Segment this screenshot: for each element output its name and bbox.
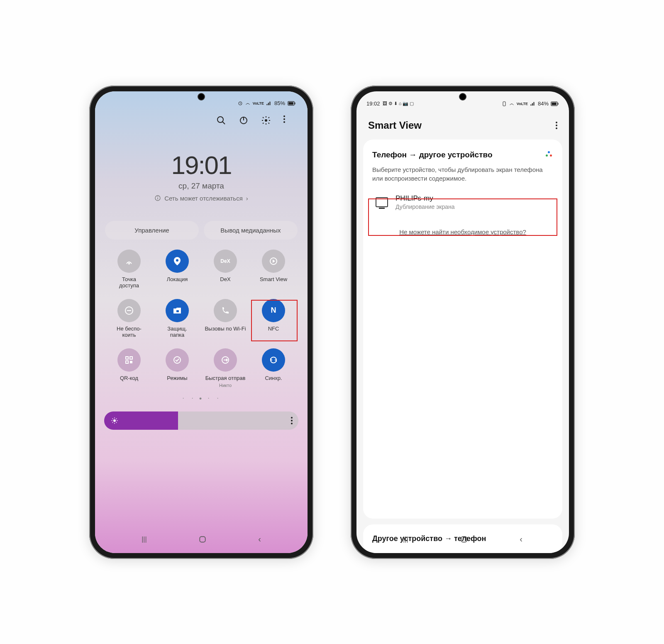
tile-qr[interactable]: QR-код (105, 348, 153, 388)
svg-rect-18 (176, 310, 179, 312)
tab-management[interactable]: Управление (105, 221, 199, 240)
svg-rect-3 (295, 102, 295, 104)
svg-rect-20 (130, 357, 132, 359)
search-icon[interactable] (216, 115, 226, 125)
nav-home[interactable] (460, 535, 468, 544)
phone-frame-left: VoLTE 85% 19:01 ср, 27 марта Сеть может … (89, 86, 313, 559)
svg-rect-38 (558, 103, 559, 105)
dex-icon: DeX (214, 250, 237, 273)
status-indicators: VoLTE (238, 101, 272, 106)
tile-modes[interactable]: Режимы (153, 348, 201, 388)
nav-recents[interactable]: ||| (403, 536, 408, 543)
tile-hotspot[interactable]: Точка доступа (105, 250, 153, 289)
svg-point-23 (174, 357, 181, 363)
svg-marker-15 (273, 260, 275, 263)
svg-point-25 (113, 419, 116, 422)
svg-line-33 (116, 419, 117, 419)
svg-point-8 (265, 119, 267, 122)
status-time: 19:02 (366, 100, 380, 107)
nav-back[interactable]: ‹ (258, 534, 261, 544)
quick-tiles-grid: Точка доступа Локация DeX DeX Smart View… (95, 240, 308, 388)
tile-nfc[interactable]: N NFC (249, 299, 298, 338)
nav-home[interactable] (198, 535, 207, 544)
svg-rect-35 (503, 102, 505, 106)
tile-smartview[interactable]: Smart View (249, 250, 298, 289)
svg-line-5 (222, 122, 225, 124)
tile-quickshare[interactable]: Быстрая отправ Никто (201, 348, 249, 388)
brightness-icon (111, 417, 118, 424)
secure-folder-icon (166, 299, 189, 322)
gear-icon[interactable] (261, 115, 271, 125)
svg-rect-22 (130, 361, 132, 363)
device-name: PHILIPs-my (395, 194, 455, 203)
camera-hole (198, 93, 205, 100)
hotspot-icon (117, 250, 141, 273)
device-row[interactable]: PHILIPs-my Дублирование экрана (372, 187, 553, 218)
svg-point-11 (157, 196, 158, 197)
svg-rect-39 (461, 536, 466, 542)
section-description: Выберите устройство, чтобы дублировать э… (372, 165, 553, 183)
svg-rect-19 (126, 357, 128, 359)
more-icon[interactable] (283, 115, 293, 125)
battery-icon (288, 101, 296, 106)
info-icon (154, 195, 161, 201)
svg-point-4 (217, 117, 223, 122)
svg-line-30 (112, 419, 113, 419)
tile-secure-folder[interactable]: Защищ. папка (153, 299, 201, 338)
battery-percent: 85% (274, 100, 285, 106)
location-icon (166, 250, 189, 273)
page-title: Smart View (368, 120, 422, 131)
svg-rect-37 (552, 102, 557, 105)
clock-time: 19:01 (95, 150, 308, 180)
brightness-more-icon[interactable] (291, 417, 293, 424)
quickshare-icon (214, 348, 237, 372)
tile-dnd[interactable]: Не беспо- коить (105, 299, 153, 338)
cast-icon[interactable] (546, 151, 553, 159)
smartview-icon (262, 250, 285, 273)
camera-hole (459, 93, 466, 100)
modes-icon (166, 348, 189, 372)
tile-wifi-calling[interactable]: Вызовы по Wi-Fi (201, 299, 249, 338)
chevron-right-icon: › (246, 195, 248, 202)
tile-sync[interactable]: Синхр. (249, 348, 298, 388)
svg-rect-34 (200, 536, 205, 542)
section-phone-to-device: Телефон → другое устройство (372, 150, 493, 159)
tab-media-output[interactable]: Вывод медиаданных (204, 221, 298, 240)
device-subtitle: Дублирование экрана (395, 203, 455, 210)
tv-icon (376, 197, 388, 207)
nfc-icon: N (262, 299, 285, 322)
svg-point-13 (176, 259, 178, 262)
svg-point-12 (128, 263, 130, 264)
nav-recents[interactable]: ||| (142, 536, 146, 543)
svg-line-31 (116, 422, 117, 423)
wifi-calling-icon (214, 299, 237, 322)
clock-area: 19:01 ср, 27 марта Сеть может отслеживат… (95, 150, 308, 202)
svg-rect-2 (288, 102, 293, 104)
more-icon[interactable] (556, 122, 557, 129)
tile-location[interactable]: Локация (153, 250, 201, 289)
power-icon[interactable] (239, 115, 249, 125)
clock-date: ср, 27 марта (95, 181, 308, 191)
battery-percent: 84% (538, 100, 549, 107)
sync-icon (262, 348, 285, 372)
svg-line-32 (112, 422, 113, 423)
dnd-icon (117, 299, 141, 322)
phone-frame-right: 19:02 🖼 ⚙ ⬇ ⌂ 📷 ▢ VoLTE 84% Smart View (351, 86, 575, 559)
smartview-card: Телефон → другое устройство Выберите уст… (363, 140, 562, 519)
page-indicator: ・ ・ ● ・ ・ (95, 395, 308, 402)
network-monitored-row[interactable]: Сеть может отслеживаться › (95, 195, 308, 202)
brightness-slider[interactable] (104, 411, 298, 430)
qr-icon (117, 348, 141, 372)
svg-rect-21 (126, 361, 128, 363)
tile-dex[interactable]: DeX DeX (201, 250, 249, 289)
help-link[interactable]: Не можете найти необходимое устройство? (372, 228, 553, 235)
nav-back[interactable]: ‹ (520, 534, 522, 544)
